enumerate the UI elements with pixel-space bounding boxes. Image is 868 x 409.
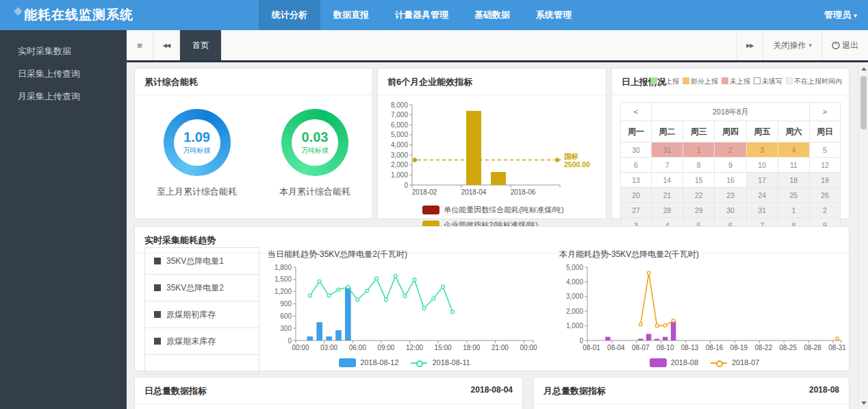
meter-list-item[interactable]: 35KV总降电量2 <box>145 275 259 301</box>
svg-text:06:00: 06:00 <box>349 344 366 351</box>
calendar-day[interactable]: 30 <box>715 203 746 218</box>
calendar-day[interactable]: 12 <box>810 158 841 173</box>
panel-date: 2018-08-04 <box>471 385 513 395</box>
legend-label: 2018-07 <box>732 358 759 367</box>
calendar-day[interactable]: 30 <box>621 142 652 158</box>
donut-center: 1.09万吨标煤 <box>174 119 220 166</box>
meter-list-item[interactable]: 原煤期初库存 <box>145 301 259 328</box>
meter-label: 原煤期末库存 <box>166 336 216 346</box>
svg-text:08-31: 08-31 <box>828 344 846 351</box>
nav-item[interactable]: 计量器具管理 <box>382 0 461 30</box>
calendar-day[interactable]: 3 <box>746 142 778 158</box>
legend-label: 单位能量因数综合能耗(吨标准煤/吨) <box>444 206 563 214</box>
meter-list-item[interactable]: 35KV总降电量1 <box>145 248 259 275</box>
calendar-day[interactable]: 27 <box>621 203 652 218</box>
tab-bar-right: ▶▶ 关闭操作▾ 退出 <box>736 30 868 60</box>
daily-trend-chart: 03006009001,2001,5001,80000:0003:0006:00… <box>266 262 543 355</box>
sidebar-item[interactable]: 日采集上传查询 <box>0 62 127 85</box>
scroll-down-button[interactable] <box>859 398 868 408</box>
sidebar-item[interactable]: 月采集上传查询 <box>0 85 127 108</box>
panel-realtime-trend: 实时采集能耗趋势 35KV总降电量135KV总降电量2原煤期初库存原煤期末库存 … <box>134 226 850 371</box>
logo-icon <box>14 7 23 16</box>
content-area: 累计综合能耗 1.09万吨标煤至上月累计综合能耗0.03万吨标煤本月累计综合能耗… <box>127 62 859 409</box>
calendar-day[interactable]: 6 <box>621 158 652 173</box>
calendar-day[interactable]: 29 <box>683 203 715 218</box>
svg-text:3,000: 3,000 <box>566 293 583 300</box>
svg-text:2018-02: 2018-02 <box>412 188 437 196</box>
donut-ring: 1.09万吨标煤 <box>164 109 231 176</box>
calendar-day[interactable]: 22 <box>683 188 715 203</box>
meter-list-filler <box>145 355 259 373</box>
calendar-day[interactable]: 2 <box>715 142 746 158</box>
calendar-day[interactable]: 19 <box>810 173 841 188</box>
meter-list-item[interactable]: 原煤期末库存 <box>145 328 259 355</box>
calendar-day[interactable]: 2 <box>810 203 841 218</box>
calendar-day[interactable]: 16 <box>715 173 746 188</box>
svg-text:00:00: 00:00 <box>520 344 537 351</box>
monthly-trend-chart-block: 本月能耗趋势-35KV总降电量2(千瓦时) 01,0002,0003,0004,… <box>558 249 851 369</box>
calendar-day[interactable]: 4 <box>778 142 809 158</box>
legend-item[interactable]: 2018-07 <box>711 356 759 368</box>
svg-text:2,000: 2,000 <box>391 161 408 169</box>
svg-text:03:00: 03:00 <box>320 344 337 351</box>
legend-item[interactable]: 2018-08-11 <box>411 356 470 368</box>
calendar-day[interactable]: 1 <box>778 203 809 218</box>
scroll-up-button[interactable] <box>859 64 868 73</box>
calendar-day[interactable]: 21 <box>652 188 683 203</box>
legend-label: 不在上报时间内 <box>794 77 842 85</box>
double-chevron-left-icon: ◀◀ <box>163 42 170 49</box>
gauge-group: 1.09万吨标煤至上月累计综合能耗0.03万吨标煤本月累计综合能耗 <box>135 95 372 198</box>
nav-item[interactable]: 数据直报 <box>320 0 382 30</box>
calendar-day[interactable]: 24 <box>746 188 778 203</box>
tab-home[interactable]: 首页 <box>180 30 221 60</box>
user-menu[interactable]: 管理员▾ <box>824 0 857 31</box>
calendar-day[interactable]: 26 <box>810 188 841 203</box>
panel-cumulative-energy: 累计综合能耗 1.09万吨标煤至上月累计综合能耗0.03万吨标煤本月累计综合能耗 <box>134 68 373 219</box>
calendar-day[interactable]: 13 <box>621 173 652 188</box>
nav-item[interactable]: 系统管理 <box>523 0 585 30</box>
tab-home-label: 首页 <box>192 40 209 51</box>
calendar-next-button[interactable]: > <box>810 103 841 121</box>
calendar-day[interactable]: 31 <box>652 142 683 158</box>
legend-label: 已上报 <box>659 77 679 85</box>
close-operations-dropdown[interactable]: 关闭操作▾ <box>763 30 821 60</box>
legend-item[interactable]: 2018-08 <box>650 356 698 368</box>
calendar-day[interactable]: 14 <box>652 173 683 188</box>
panel-title: 日总量数据指标 <box>144 386 207 396</box>
calendar-day[interactable]: 18 <box>778 173 809 188</box>
calendar-day[interactable]: 28 <box>652 203 683 218</box>
legend-item[interactable]: 单位能量因数综合能耗(吨标准煤/吨) <box>422 203 563 216</box>
calendar-day[interactable]: 15 <box>683 173 715 188</box>
nav-item[interactable]: 基础数据 <box>461 0 523 30</box>
chevron-down-icon: ▾ <box>808 42 812 49</box>
logout-button[interactable]: 退出 <box>821 30 868 60</box>
calendar-day[interactable]: 1 <box>683 142 715 158</box>
legend-item[interactable]: 2018-08-12 <box>339 356 398 368</box>
calendar-day[interactable]: 23 <box>715 188 746 203</box>
calendar-day[interactable]: 17 <box>746 173 778 188</box>
calendar-prev-button[interactable]: < <box>621 103 652 121</box>
calendar-day[interactable]: 10 <box>746 158 778 173</box>
calendar-day[interactable]: 31 <box>746 203 778 218</box>
calendar-day[interactable]: 25 <box>778 188 809 203</box>
calendar-day[interactable]: 9 <box>715 158 746 173</box>
calendar-day[interactable]: 8 <box>683 158 715 173</box>
legend-label: 2018-08 <box>671 358 698 367</box>
svg-text:08-28: 08-28 <box>804 344 821 351</box>
calendar-day[interactable]: 7 <box>652 158 683 173</box>
svg-text:4,000: 4,000 <box>566 278 583 286</box>
calendar-day[interactable]: 11 <box>778 158 809 173</box>
calendar-day[interactable]: 20 <box>621 188 652 203</box>
daily-trend-chart-block: 当日能耗趋势-35KV总降电量2(千瓦时) 03006009001,2001,5… <box>266 249 543 369</box>
scroll-tabs-left-button[interactable]: ◀◀ <box>153 30 180 60</box>
scroll-tabs-right-button[interactable]: ▶▶ <box>736 30 763 60</box>
legend-swatch <box>786 77 793 84</box>
legend-label: 未填写 <box>762 77 782 85</box>
sidebar-item[interactable]: 实时采集数据 <box>0 40 127 62</box>
calendar-day[interactable]: 5 <box>810 142 841 158</box>
scrollbar-thumb[interactable] <box>860 76 867 129</box>
nav-item[interactable]: 统计分析 <box>259 0 320 30</box>
menu-toggle-button[interactable]: ≡ <box>127 30 153 60</box>
panel-monthly-totals: 月总量数据指标 2018-08 <box>533 377 850 409</box>
vertical-scrollbar[interactable] <box>858 62 868 409</box>
